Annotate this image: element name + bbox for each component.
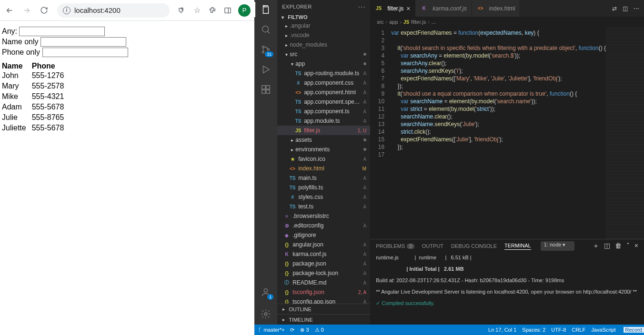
account-icon[interactable]: 1 bbox=[260, 286, 272, 298]
profile-avatar[interactable]: P bbox=[238, 4, 251, 17]
file-item[interactable]: {}package.jsonA bbox=[277, 259, 370, 268]
file-item[interactable]: {}tsconfig.app.jsonA bbox=[277, 297, 370, 304]
file-item[interactable]: TStest.tsA bbox=[277, 202, 370, 211]
file-item[interactable]: <>app.component.htmlA bbox=[277, 88, 370, 97]
svg-rect-8 bbox=[262, 86, 265, 89]
extensions-icon[interactable] bbox=[208, 6, 217, 15]
vscode-window: 31 1 EXPLORER ⋯ ▾FILTWO ▸.angular▸.vscod… bbox=[254, 0, 644, 335]
record-status[interactable]: Record bbox=[624, 327, 644, 333]
svg-point-12 bbox=[264, 289, 267, 292]
breadcrumbs[interactable]: src› app› JS filter.js› ... bbox=[370, 17, 644, 27]
file-item[interactable]: {}angular.jsonA bbox=[277, 240, 370, 249]
explorer-more-icon[interactable]: ⋯ bbox=[358, 2, 365, 11]
file-item[interactable]: TSapp.component.tsA bbox=[277, 107, 370, 116]
site-info-icon[interactable] bbox=[63, 7, 70, 14]
minimap[interactable] bbox=[606, 27, 644, 239]
scm-icon[interactable]: 31 bbox=[260, 44, 272, 55]
folder-item[interactable]: ▸assets bbox=[277, 135, 370, 145]
search-icon[interactable] bbox=[260, 24, 272, 35]
file-item[interactable]: ⓘREADME.mdA bbox=[277, 278, 370, 287]
file-item[interactable]: TSpolyfills.tsA bbox=[277, 183, 370, 192]
file-item[interactable]: <>index.htmlM bbox=[277, 164, 370, 173]
file-item[interactable]: ◈.gitignore bbox=[277, 230, 370, 240]
warnings-status[interactable]: ⚠ 0 bbox=[315, 327, 324, 333]
kill-terminal-icon[interactable]: 🗑 bbox=[615, 242, 622, 250]
file-item[interactable]: #styles.cssA bbox=[277, 192, 370, 202]
spaces-status[interactable]: Spaces: 2 bbox=[522, 327, 545, 333]
eol-status[interactable]: CRLF bbox=[572, 327, 585, 333]
close-panel-icon[interactable]: × bbox=[634, 242, 638, 250]
encoding-status[interactable]: UTF-8 bbox=[551, 327, 566, 333]
folder-item[interactable]: ▸node_modules bbox=[277, 40, 370, 49]
forward-button[interactable] bbox=[21, 5, 32, 16]
file-item[interactable]: JSfilter.js1, U bbox=[277, 126, 370, 135]
debug-icon[interactable] bbox=[260, 64, 272, 75]
terminal-tab[interactable]: TERMINAL bbox=[504, 243, 531, 250]
file-item[interactable]: TSmain.tsA bbox=[277, 173, 370, 183]
code-editor[interactable]: 1234567891011121314151617 var expectFrie… bbox=[370, 27, 644, 239]
extensions-activity-icon[interactable] bbox=[260, 84, 272, 95]
browser-toolbar: localhost:4200 ☆ P bbox=[0, 0, 254, 21]
explorer-sidebar: EXPLORER ⋯ ▾FILTWO ▸.angular▸.vscode▸nod… bbox=[277, 0, 370, 325]
terminal-selector[interactable]: 1: node ▾ bbox=[541, 241, 575, 251]
file-tree[interactable]: ▾FILTWO ▸.angular▸.vscode▸node_modules▾s… bbox=[277, 13, 370, 304]
close-tab-icon[interactable]: × bbox=[406, 5, 410, 12]
folder-item[interactable]: ▾app bbox=[277, 59, 370, 69]
problems-tab[interactable]: PROBLEMS3 bbox=[376, 243, 414, 249]
name-input[interactable] bbox=[40, 37, 126, 47]
back-button[interactable] bbox=[4, 5, 15, 16]
settings-gear-icon[interactable] bbox=[260, 308, 272, 320]
col-phone: Phone bbox=[32, 62, 70, 70]
code-content[interactable]: var expectFriendNames = function(expecte… bbox=[389, 27, 606, 239]
file-item[interactable]: #app.component.cssA bbox=[277, 78, 370, 88]
editor-area: JSfilter.js×Kkarma.conf.js<>index.html ⇄… bbox=[370, 0, 644, 325]
reload-button[interactable] bbox=[38, 5, 50, 16]
lncol-status[interactable]: Ln 17, Col 1 bbox=[488, 327, 516, 333]
editor-tab[interactable]: JSfilter.js× bbox=[370, 0, 415, 17]
errors-status[interactable]: ⊗ 3 bbox=[300, 327, 309, 333]
maximize-panel-icon[interactable]: ˄ bbox=[626, 242, 630, 250]
account-badge: 1 bbox=[267, 294, 273, 300]
outline-section[interactable]: ▸OUTLINE bbox=[277, 304, 370, 314]
sidepanel-icon[interactable] bbox=[223, 6, 232, 15]
svg-rect-0 bbox=[225, 8, 231, 13]
lang-status[interactable]: JavaScript bbox=[591, 327, 615, 333]
folder-item[interactable]: ▸.vscode bbox=[277, 30, 370, 40]
bottom-panel: PROBLEMS3 OUTPUT DEBUG CONSOLE TERMINAL … bbox=[370, 239, 644, 325]
editor-tab[interactable]: Kkarma.conf.js bbox=[415, 0, 472, 17]
folder-item[interactable]: ▸environments bbox=[277, 145, 370, 154]
any-input[interactable] bbox=[19, 27, 105, 36]
branch-status[interactable]: ᚴ master*+ bbox=[258, 327, 284, 333]
table-row: Julie555-8765 bbox=[2, 112, 70, 123]
new-terminal-icon[interactable]: ＋ bbox=[593, 242, 599, 250]
project-root[interactable]: ▾FILTWO bbox=[277, 13, 370, 21]
folder-item[interactable]: ▸.angular bbox=[277, 21, 370, 30]
split-terminal-icon[interactable]: ◫ bbox=[604, 242, 610, 250]
output-tab[interactable]: OUTPUT bbox=[422, 243, 443, 249]
file-item[interactable]: Kkarma.conf.jsA bbox=[277, 249, 370, 259]
terminal-output[interactable]: runtime.js | runtime | 6.51 kB | | Initi… bbox=[370, 253, 644, 325]
debug-console-tab[interactable]: DEBUG CONSOLE bbox=[451, 243, 497, 249]
file-item[interactable]: ≡.browserslistrc bbox=[277, 211, 370, 221]
editor-tab[interactable]: <>index.html bbox=[472, 0, 521, 17]
folder-item[interactable]: ▾src bbox=[277, 49, 370, 59]
file-item[interactable]: {}tsconfig.json2, A bbox=[277, 287, 370, 297]
explorer-icon[interactable] bbox=[260, 4, 272, 15]
sync-status[interactable]: ⟳ bbox=[290, 327, 294, 333]
file-item[interactable]: ⚙.editorconfigA bbox=[277, 221, 370, 230]
timeline-section[interactable]: ▸TIMELINE bbox=[277, 314, 370, 325]
share-icon[interactable] bbox=[177, 6, 187, 15]
phone-input[interactable] bbox=[42, 48, 128, 57]
file-item[interactable]: TSapp.component.spec.tsA bbox=[277, 97, 370, 107]
editor-tabs: JSfilter.js×Kkarma.conf.js<>index.html ⇄… bbox=[370, 0, 644, 17]
address-bar[interactable]: localhost:4200 bbox=[57, 3, 170, 18]
file-item[interactable]: {}package-lock.jsonA bbox=[277, 268, 370, 278]
file-item[interactable]: TSapp-routing.module.tsA bbox=[277, 69, 370, 78]
file-item[interactable]: TSapp.module.tsA bbox=[277, 116, 370, 126]
compare-icon[interactable]: ⇄ bbox=[612, 5, 617, 12]
editor-more-icon[interactable]: ⋯ bbox=[634, 5, 639, 12]
bookmark-icon[interactable]: ☆ bbox=[192, 6, 202, 15]
split-icon[interactable]: ◫ bbox=[623, 5, 628, 12]
table-row: Adam555-5678 bbox=[2, 102, 70, 112]
file-item[interactable]: ★favicon.icoA bbox=[277, 154, 370, 164]
